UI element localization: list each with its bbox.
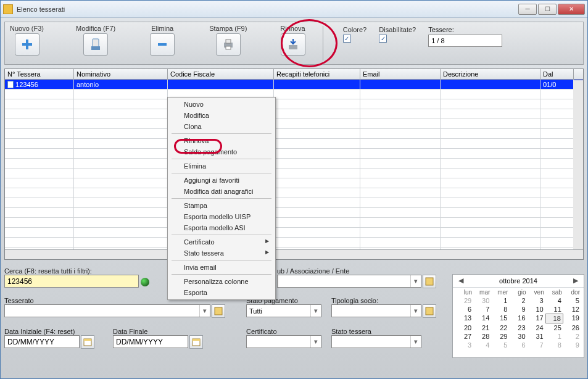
data-finale-input[interactable] [113,335,188,348]
table-row[interactable] [5,119,583,129]
ctx-clona[interactable]: Clona [169,121,274,132]
club-combo[interactable]: ▾ [277,275,421,288]
calendar-day[interactable]: 17 [528,314,545,323]
modifica-button[interactable] [83,33,108,56]
nuovo-button[interactable] [15,33,39,56]
table-row[interactable] [5,90,583,99]
calendar-next-button[interactable]: ▶ [571,277,580,285]
grid-vertical-scrollbar[interactable] [573,80,583,249]
ctx-salda[interactable]: Salda pagamento [169,146,274,157]
calendar-day[interactable]: 27 [455,332,473,341]
cerca-input[interactable] [4,275,139,288]
ctx-rinnova[interactable]: Rinnova [169,135,274,146]
calendar-day[interactable]: 9 [509,305,527,314]
stato-pagamento-combo[interactable]: Tutti▾ [246,304,321,317]
calendar-prev-button[interactable]: ◀ [457,277,465,285]
calendar-day[interactable]: 21 [473,323,491,332]
calendar-day[interactable]: 4 [545,296,563,305]
ctx-favoriti[interactable]: Aggiungi ai favoriti [169,175,274,186]
ctx-nuovo[interactable]: Nuovo [169,99,274,110]
table-row[interactable] [5,228,583,238]
calendar-day[interactable]: 20 [455,323,473,332]
calendar-day[interactable]: 16 [509,314,527,323]
table-row[interactable] [5,188,583,198]
calendar-day[interactable]: 5 [563,296,581,305]
tipologia-lookup-button[interactable] [423,304,436,318]
calendar-day[interactable]: 6 [509,341,527,349]
close-button[interactable]: ✕ [558,4,585,15]
club-lookup-button[interactable] [423,275,436,288]
ctx-certificato[interactable]: Certificato [169,236,274,248]
ctx-modifica[interactable]: Modifica [169,110,274,121]
calendar-day[interactable]: 22 [491,323,509,332]
maximize-button[interactable]: ☐ [538,4,557,15]
date-picker-calendar[interactable]: ◀ ottobre 2014 ▶ lunmarmergiovensabdor29… [452,274,584,358]
calendar-day[interactable]: 3 [455,341,473,349]
stato-tessera-combo[interactable]: ▾ [331,335,421,348]
calendar-day[interactable]: 14 [473,314,491,323]
calendar-day[interactable]: 11 [545,305,563,314]
calendar-day[interactable]: 1 [491,296,509,305]
tipologia-combo[interactable]: ▾ [331,304,421,317]
table-row[interactable] [5,149,583,159]
ctx-colonne[interactable]: Personalizza colonne [169,276,274,287]
ctx-asi[interactable]: Esporta modello ASI [169,222,274,233]
calendar-day[interactable]: 19 [563,314,581,323]
calendar-day[interactable]: 31 [528,332,545,341]
calendar-day[interactable]: 13 [455,314,473,323]
calendar-day[interactable]: 1 [545,332,563,341]
calendar-day[interactable]: 15 [491,314,509,323]
calendar-day[interactable]: 7 [473,305,491,314]
ctx-stato-tessera[interactable]: Stato tessera [169,248,274,259]
members-grid[interactable]: N° Tessera Nominativo Codice Fiscale Rec… [4,69,584,260]
table-row[interactable] [5,99,583,109]
stampa-button[interactable] [216,33,241,56]
table-row[interactable] [5,238,583,248]
ctx-anagrafici[interactable]: Modifica dati anagrafici [169,186,274,197]
table-row[interactable] [5,218,583,228]
calendar-day[interactable]: 28 [473,332,491,341]
calendar-day[interactable]: 7 [528,341,545,349]
tesserato-combo[interactable]: ▾ [4,304,210,317]
table-row[interactable] [5,139,583,149]
table-row[interactable] [5,159,583,169]
table-row[interactable] [5,208,583,218]
elimina-button[interactable] [150,33,175,56]
tesserato-lookup-button[interactable] [212,304,225,318]
data-iniziale-calendar-button[interactable] [81,335,94,349]
col-cf[interactable]: Codice Fiscale [168,69,274,79]
disabilitate-checkbox[interactable]: ✓ [379,35,387,43]
table-row[interactable] [5,109,583,119]
calendar-day[interactable]: 8 [545,341,563,349]
calendar-day[interactable]: 10 [528,305,545,314]
col-email[interactable]: Email [360,69,441,79]
table-row[interactable] [5,178,583,188]
col-dal[interactable]: Dal [540,69,574,79]
grid-body[interactable]: 123456 antonio 01/0 [5,80,583,249]
calendar-day[interactable]: 8 [491,305,509,314]
data-finale-calendar-button[interactable] [189,335,203,349]
calendar-day[interactable]: 23 [509,323,527,332]
rinnova-button[interactable] [281,33,305,56]
calendar-day[interactable]: 5 [491,341,509,349]
colore-checkbox[interactable]: ✓ [343,35,351,43]
calendar-day[interactable]: 18 [545,314,563,323]
ctx-invia[interactable]: Invia email [169,262,274,273]
calendar-day[interactable]: 6 [455,305,473,314]
ctx-uisp[interactable]: Esporta modello UISP [169,211,274,222]
col-descrizione[interactable]: Descrizione [441,69,540,79]
col-tessera[interactable]: N° Tessera [5,69,74,79]
calendar-day[interactable]: 9 [563,341,581,349]
table-row[interactable]: 123456 antonio 01/0 [5,80,583,90]
calendar-day[interactable]: 4 [473,341,491,349]
minimize-button[interactable]: ─ [518,4,537,15]
calendar-day[interactable]: 29 [455,296,473,305]
calendar-day[interactable]: 2 [563,332,581,341]
calendar-day[interactable]: 26 [563,323,581,332]
col-nominativo[interactable]: Nominativo [74,69,168,79]
table-row[interactable] [5,169,583,178]
table-row[interactable] [5,198,583,208]
col-recapiti[interactable]: Recapiti telefonici [274,69,360,79]
calendar-day[interactable]: 2 [509,296,527,305]
table-row[interactable] [5,248,583,249]
